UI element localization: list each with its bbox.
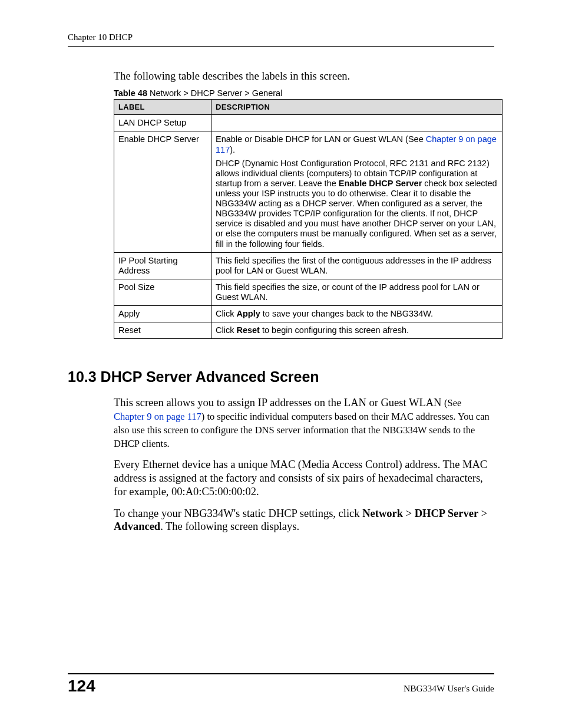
table-row: Apply Click Apply to save your changes b… — [114, 306, 503, 322]
desc-text: check box selected unless your ISP instr… — [216, 179, 497, 249]
desc-text: Click — [216, 309, 236, 318]
desc-text: ). — [230, 145, 235, 154]
table-header-row: LABEL DESCRIPTION — [114, 100, 503, 115]
page-footer: 124 NBG334W User's Guide — [68, 673, 494, 696]
p-text: . The following screen displays. — [160, 521, 299, 532]
table-row: LAN DHCP Setup — [114, 115, 503, 131]
footer-row: 124 NBG334W User's Guide — [68, 677, 494, 696]
desc-bold: Apply — [236, 309, 260, 318]
cell-label: IP Pool Starting Address — [114, 252, 211, 279]
cross-ref-link[interactable]: Chapter 9 on page 117 — [114, 411, 201, 422]
cell-desc: Click Reset to begin configuring this sc… — [211, 322, 503, 339]
cell-label: Enable DHCP Server — [114, 131, 211, 252]
cell-desc: This field specifies the size, or count … — [211, 279, 503, 305]
desc-bold: Reset — [236, 325, 260, 335]
cell-label: Pool Size — [114, 279, 211, 305]
cell-label: LAN DHCP Setup — [114, 115, 211, 131]
running-head: Chapter 10 DHCP — [68, 32, 494, 42]
cell-label: Reset — [114, 322, 211, 339]
th-description: DESCRIPTION — [211, 100, 503, 115]
cell-desc: Click Apply to save your changes back to… — [211, 306, 503, 322]
p-text: > — [478, 508, 487, 519]
header-rule — [68, 46, 494, 47]
nav-bold: Advanced — [114, 521, 160, 532]
description-table: LABEL DESCRIPTION LAN DHCP Setup Enable … — [114, 99, 503, 339]
nav-bold: DHCP Server — [415, 508, 478, 519]
footer-rule — [68, 673, 494, 674]
body-paragraph: To change your NBG334W's static DHCP set… — [114, 507, 494, 534]
table-row: IP Pool Starting Address This field spec… — [114, 252, 503, 279]
page: Chapter 10 DHCP The following table desc… — [0, 0, 562, 728]
nav-bold: Network — [362, 508, 403, 519]
guide-name: NBG334W User's Guide — [404, 683, 494, 694]
table-caption-rest: Network > DHCP Server > General — [147, 88, 282, 98]
cell-label: Apply — [114, 306, 211, 322]
th-label: LABEL — [114, 100, 211, 115]
table-row: Enable DHCP Server Enable or Disable DHC… — [114, 131, 503, 252]
cell-desc: Enable or Disable DHCP for LAN or Guest … — [211, 131, 503, 252]
page-number: 124 — [68, 677, 95, 696]
body-paragraph: This screen allows you to assign IP addr… — [114, 396, 494, 450]
section-heading: 10.3 DHCP Server Advanced Screen — [68, 368, 494, 386]
cell-desc: This field specifies the first of the co… — [211, 252, 503, 279]
desc-text: Enable or Disable DHCP for LAN or Guest … — [216, 134, 426, 144]
table-row: Pool Size This field specifies the size,… — [114, 279, 503, 305]
table-caption: Table 48 Network > DHCP Server > General — [114, 88, 494, 98]
desc-text: to begin configuring this screen afresh. — [260, 325, 409, 335]
p-text: > — [403, 508, 415, 519]
desc-bold: Enable DHCP Server — [339, 179, 422, 188]
see-prefix: (See — [444, 397, 461, 409]
desc-text: to save your changes back to the NBG334W… — [260, 309, 433, 318]
table-row: Reset Click Reset to begin configuring t… — [114, 322, 503, 339]
table-caption-number: Table 48 — [114, 88, 147, 98]
p-text: To change your NBG334W's static DHCP set… — [114, 508, 362, 519]
p-text: This screen allows you to assign IP addr… — [114, 397, 444, 409]
cell-desc — [211, 115, 503, 131]
desc-text: Click — [216, 325, 236, 335]
body-paragraph: Every Ethernet device has a unique MAC (… — [114, 458, 494, 498]
intro-text: The following table describes the labels… — [114, 70, 494, 83]
